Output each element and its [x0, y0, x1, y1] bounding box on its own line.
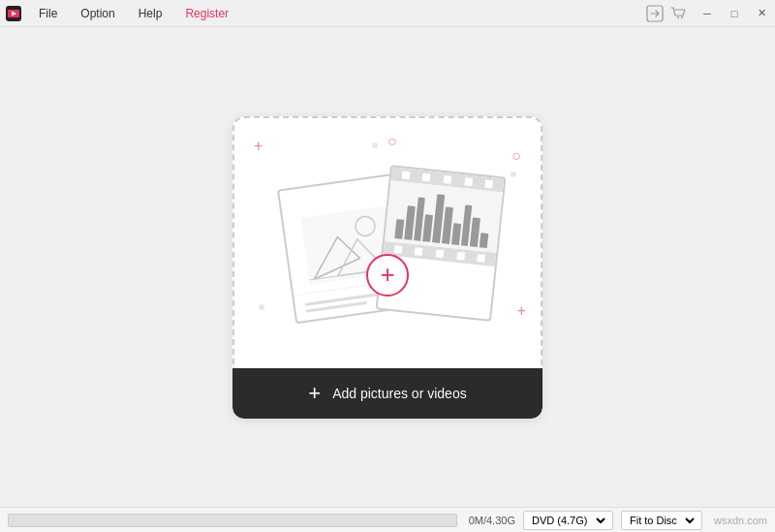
menu-option[interactable]: Option	[69, 0, 126, 26]
film-strip	[375, 165, 506, 322]
film-image	[385, 180, 503, 253]
film-hole-4	[464, 177, 473, 186]
app-icon	[0, 0, 27, 27]
progress-bar	[8, 514, 457, 527]
city-bar-4	[422, 214, 433, 242]
drop-zone-inner: + ○ + ○	[232, 116, 542, 368]
deco-dot-2	[511, 172, 516, 177]
fit-mode-dropdown[interactable]: Fit to Disc Fill Disc No Scaling	[626, 514, 698, 527]
share-icon[interactable]	[646, 5, 664, 22]
titlebar: File Option Help Register ─ □ ✕	[0, 0, 775, 27]
city-bars	[388, 184, 498, 248]
film-hole-b3	[435, 249, 444, 258]
deco-dot-3	[259, 304, 264, 310]
film-hole-2	[422, 172, 431, 181]
close-button[interactable]: ✕	[748, 0, 775, 27]
drop-zone[interactable]: + ○ + ○	[232, 116, 542, 419]
statusbar: 0M/4.30G DVD (4.7G) BD-25 (25G) BD-50 (5…	[0, 507, 775, 532]
deco-plus-2: ○	[512, 147, 521, 165]
plus-circle: +	[366, 254, 409, 297]
film-hole-b2	[415, 247, 423, 256]
maximize-button[interactable]: □	[721, 0, 748, 27]
fit-mode-select[interactable]: Fit to Disc Fill Disc No Scaling	[621, 511, 702, 530]
svg-point-5	[681, 16, 683, 18]
city-bar-1	[394, 219, 404, 239]
film-hole-5	[484, 179, 493, 188]
film-hole-b1	[393, 245, 402, 254]
illustration: +	[276, 161, 499, 335]
window-controls: ─ □ ✕	[694, 0, 775, 26]
deco-plus-3: +	[517, 302, 526, 320]
city-bar-7	[451, 223, 461, 245]
svg-point-4	[677, 16, 679, 18]
deco-dot-1	[372, 142, 378, 148]
size-display: 0M/4.30G	[469, 515, 515, 526]
watermark: wsxdn.com	[714, 515, 767, 526]
main-content: + ○ + ○	[0, 27, 775, 507]
disc-type-dropdown[interactable]: DVD (4.7G) BD-25 (25G) BD-50 (50G)	[528, 514, 608, 527]
add-media-button[interactable]: + Add pictures or videos	[232, 368, 542, 419]
disc-type-select[interactable]: DVD (4.7G) BD-25 (25G) BD-50 (50G)	[523, 511, 613, 530]
cart-icon[interactable]	[669, 5, 687, 22]
menu-help[interactable]: Help	[127, 0, 174, 26]
menu-bar: File Option Help Register	[27, 0, 335, 26]
titlebar-extra-icons	[643, 5, 690, 22]
city-bar-10	[480, 233, 488, 248]
menu-file[interactable]: File	[27, 0, 69, 26]
film-hole-b5	[477, 254, 485, 263]
film-hole-3	[443, 174, 451, 183]
deco-circle-1: ○	[388, 133, 397, 150]
add-button-label: Add pictures or videos	[332, 386, 467, 401]
deco-plus-1: +	[254, 138, 263, 155]
add-button-plus: +	[308, 383, 321, 404]
menu-register[interactable]: Register	[173, 0, 240, 26]
film-hole-b4	[456, 251, 465, 260]
minimize-button[interactable]: ─	[694, 0, 721, 27]
film-hole-1	[402, 171, 411, 179]
